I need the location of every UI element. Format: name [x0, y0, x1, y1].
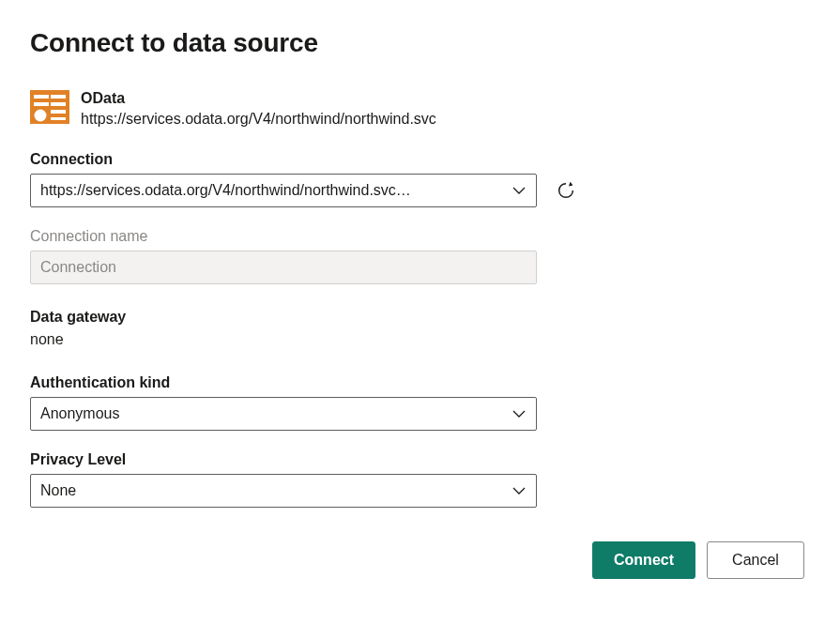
connection-name-input[interactable] [30, 251, 537, 284]
svg-point-7 [35, 110, 47, 122]
dialog-buttons: Connect Cancel [30, 541, 810, 579]
data-gateway-label: Data gateway [30, 309, 810, 326]
chevron-down-icon [512, 183, 527, 198]
odata-icon [30, 90, 69, 124]
auth-kind-selected-value: Anonymous [40, 405, 498, 422]
privacy-level-selected-value: None [40, 482, 498, 499]
svg-rect-4 [51, 102, 66, 106]
svg-rect-1 [34, 95, 49, 99]
auth-kind-dropdown[interactable]: Anonymous [30, 397, 537, 431]
chevron-down-icon [512, 406, 527, 421]
data-source-header: OData https://services.odata.org/V4/nort… [30, 88, 810, 129]
data-gateway-value: none [30, 331, 810, 348]
page-title: Connect to data source [30, 28, 810, 58]
privacy-level-label: Privacy Level [30, 451, 810, 468]
svg-rect-2 [51, 95, 66, 99]
connect-button[interactable]: Connect [592, 541, 695, 579]
svg-rect-5 [51, 110, 66, 114]
auth-kind-label: Authentication kind [30, 374, 810, 391]
privacy-level-dropdown[interactable]: None [30, 474, 537, 508]
connection-name-label: Connection name [30, 228, 810, 245]
chevron-down-icon [512, 483, 527, 498]
source-url: https://services.odata.org/V4/northwind/… [81, 109, 436, 129]
connection-label: Connection [30, 151, 810, 168]
refresh-icon[interactable] [556, 180, 576, 201]
connection-dropdown[interactable]: https://services.odata.org/V4/northwind/… [30, 174, 537, 207]
svg-rect-6 [51, 117, 66, 120]
svg-rect-3 [34, 102, 49, 106]
source-name: OData [81, 88, 436, 109]
connection-selected-value: https://services.odata.org/V4/northwind/… [40, 182, 498, 199]
cancel-button[interactable]: Cancel [707, 541, 804, 579]
